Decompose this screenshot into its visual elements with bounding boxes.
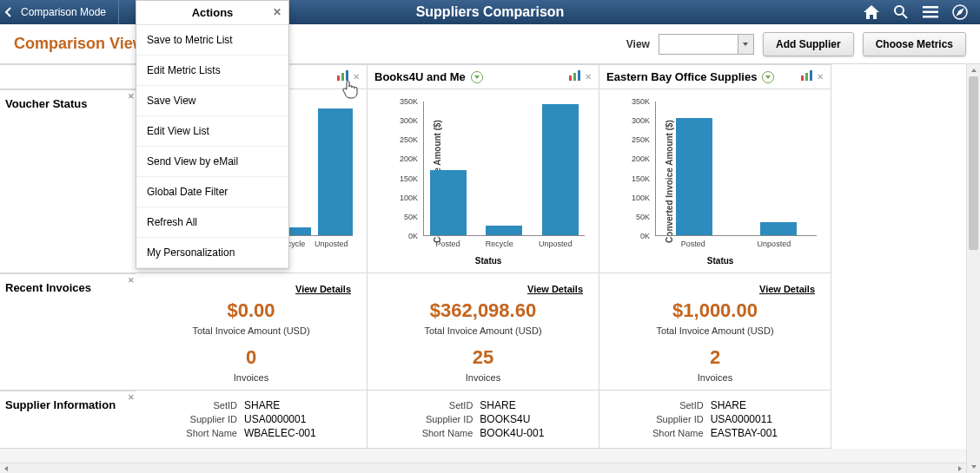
row-header-recent-invoices: Recent Invoices ✕ [0, 273, 136, 391]
invoice-count-label: Invoices [374, 372, 592, 383]
row-header-supplier-info: Supplier Information ✕ [0, 391, 136, 449]
row-title: Supplier Information [5, 398, 116, 411]
actions-menu-item[interactable]: My Personalization [136, 238, 288, 268]
menu-icon[interactable] [919, 0, 942, 24]
invoice-amount: $1,000.00 [606, 299, 824, 322]
actions-menu-item[interactable]: Edit View List [136, 116, 288, 147]
svg-rect-13 [805, 73, 808, 81]
info-cell: SetIDSHARE Supplier IDBOOKS4U Short Name… [368, 391, 599, 449]
invoice-count: 25 [374, 346, 592, 369]
invoice-count-label: Invoices [142, 372, 360, 383]
view-select[interactable] [659, 34, 754, 55]
home-icon[interactable] [860, 0, 883, 24]
add-supplier-button[interactable]: Add Supplier [763, 32, 854, 56]
chart-icon[interactable] [801, 70, 813, 83]
chart-bar [676, 118, 712, 235]
x-tick-label: Unposted [539, 240, 573, 248]
scroll-right-icon[interactable] [954, 463, 966, 473]
row-title: Recent Invoices [5, 281, 91, 294]
chart-cell: Converted Invoice Amount ($) 350K300K250… [599, 89, 831, 273]
chart-bar [542, 104, 579, 235]
actions-menu-item[interactable]: Global Date Filter [136, 177, 288, 207]
invoice-cell: View Details $1,000.00 Total Invoice Amo… [599, 273, 831, 391]
x-tick-label: Unposted [315, 240, 348, 248]
setid-label: SetID [652, 399, 709, 411]
close-icon[interactable]: ✕ [128, 276, 135, 285]
supplierid-label: Supplier ID [652, 413, 709, 425]
shortname-label: Short Name [422, 427, 479, 439]
close-icon[interactable]: ✕ [128, 393, 135, 402]
svg-rect-9 [569, 76, 572, 81]
chart-icon[interactable] [337, 70, 349, 83]
shortname-value: BOOK4U-001 [480, 427, 544, 439]
setid-value: SHARE [711, 399, 778, 411]
actions-menu-title: Actions [192, 6, 234, 19]
view-details-link[interactable]: View Details [374, 280, 592, 294]
shortname-label: Short Name [652, 427, 709, 439]
chart-plot [655, 102, 817, 236]
view-label: View [626, 38, 650, 50]
supplier-name: Books4U and Me [374, 70, 466, 83]
supplierid-label: Supplier ID [422, 413, 479, 425]
x-tick-label: Posted [681, 240, 705, 248]
compass-icon[interactable] [949, 0, 971, 24]
actions-menu-item[interactable]: Save to Metric List [136, 25, 288, 56]
row-header-voucher-status: Voucher Status ✕ [0, 89, 136, 273]
actions-menu-item[interactable]: Refresh All [136, 207, 288, 238]
chevron-down-icon[interactable] [738, 35, 753, 54]
svg-rect-3 [923, 11, 938, 14]
invoice-amount-label: Total Invoice Amount (USD) [374, 325, 592, 336]
close-icon[interactable]: ✕ [273, 6, 281, 18]
svg-rect-6 [337, 76, 340, 81]
back-button[interactable] [0, 0, 17, 24]
chart-bar [318, 108, 353, 235]
svg-rect-14 [810, 70, 812, 81]
x-axis-label: Status [707, 256, 734, 266]
invoice-count: 0 [142, 346, 360, 369]
actions-menu-header: Actions ✕ [136, 1, 288, 25]
scroll-left-icon[interactable] [0, 463, 12, 473]
invoice-amount-label: Total Invoice Amount (USD) [606, 325, 824, 336]
search-icon[interactable] [890, 0, 912, 24]
close-icon[interactable]: ✕ [128, 92, 135, 101]
actions-menu-item[interactable]: Send View by eMail [136, 147, 288, 177]
svg-rect-7 [341, 73, 344, 81]
scroll-down-icon[interactable] [967, 461, 980, 473]
svg-rect-4 [923, 16, 938, 18]
svg-line-1 [903, 14, 907, 18]
chevron-down-icon[interactable] [471, 71, 483, 83]
invoice-count-label: Invoices [606, 372, 824, 383]
actions-menu-item[interactable]: Save View [136, 86, 288, 116]
actions-menu-item[interactable]: Edit Metric Lists [136, 56, 288, 86]
info-cell: SetIDSHARE Supplier IDUSA0000001 Short N… [136, 391, 368, 449]
invoice-amount: $362,098.60 [374, 299, 592, 322]
invoice-cell: View Details $362,098.60 Total Invoice A… [368, 273, 599, 391]
x-tick-label: Recycle [486, 240, 513, 248]
chart-plot [423, 102, 585, 236]
vertical-scrollbar[interactable] [966, 64, 980, 473]
scroll-thumb[interactable] [969, 76, 978, 250]
setid-value: SHARE [244, 399, 316, 411]
horizontal-scrollbar[interactable] [0, 463, 966, 473]
chart-bar [486, 226, 522, 235]
supplier-name: Eastern Bay Office Supplies [606, 70, 757, 83]
shortname-value: WBAELEC-001 [244, 427, 316, 439]
close-icon[interactable]: ✕ [585, 72, 592, 82]
invoice-amount-label: Total Invoice Amount (USD) [142, 325, 360, 336]
choose-metrics-button[interactable]: Choose Metrics [863, 32, 966, 56]
setid-label: SetID [186, 399, 242, 411]
svg-rect-2 [923, 6, 938, 9]
chart-icon[interactable] [569, 70, 581, 83]
view-details-link[interactable]: View Details [606, 280, 824, 294]
close-icon[interactable]: ✕ [817, 72, 824, 82]
supplier-header: Books4U and Me ✕ [368, 64, 599, 89]
shortname-label: Short Name [186, 427, 242, 439]
supplierid-label: Supplier ID [186, 413, 242, 425]
supplierid-value: BOOKS4U [480, 413, 544, 425]
view-title-text: Comparison View [14, 35, 145, 53]
scroll-up-icon[interactable] [967, 64, 980, 76]
svg-point-0 [895, 6, 904, 15]
chevron-down-icon[interactable] [762, 71, 774, 83]
view-details-link[interactable]: View Details [142, 280, 360, 294]
close-icon[interactable]: ✕ [353, 72, 360, 82]
